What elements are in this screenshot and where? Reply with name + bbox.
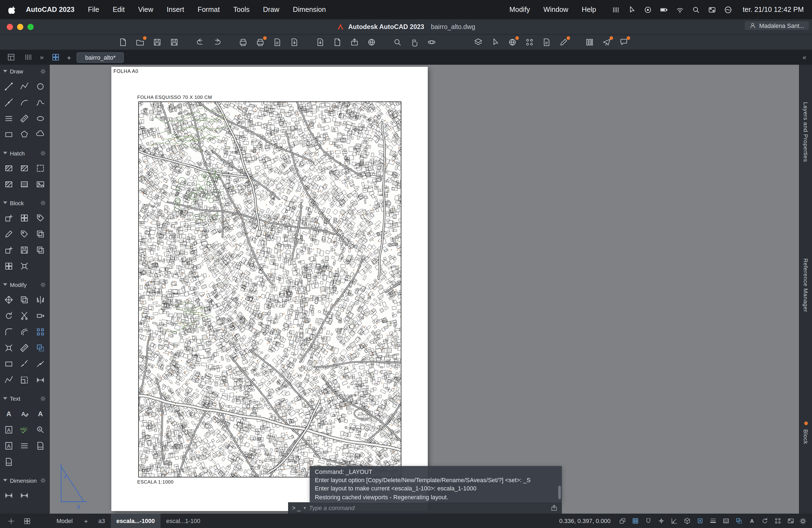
check-spelling-tool-icon[interactable]: ABC (17, 421, 33, 437)
app-switcher-icon[interactable] (612, 5, 620, 14)
properties-inspector-button[interactable] (583, 36, 595, 48)
panel-settings-icon[interactable] (40, 477, 46, 484)
palette-display-icon[interactable] (23, 517, 31, 525)
layout-tab[interactable]: a3 (92, 514, 111, 528)
wifi-icon[interactable] (676, 5, 684, 14)
tab-list-icon[interactable] (23, 52, 34, 63)
panel-settings-icon[interactable] (40, 200, 46, 206)
new-file-button[interactable] (117, 36, 129, 48)
layer-properties-button[interactable] (472, 36, 484, 48)
command-dropdown-icon[interactable]: ▾ (304, 505, 306, 511)
ortho-mode-toggle[interactable] (657, 516, 666, 526)
import-file-button[interactable] (331, 36, 343, 48)
new-layout-button[interactable]: + (79, 517, 92, 525)
undo-button[interactable] (193, 36, 206, 48)
pdf-import-tool-icon[interactable]: PDF (1, 454, 17, 470)
apple-menu-icon[interactable] (8, 5, 17, 14)
panel-settings-icon[interactable] (40, 68, 46, 75)
export-pdf-button[interactable] (314, 36, 326, 48)
single-line-text-tool-icon[interactable]: A (1, 406, 17, 421)
write-block-tool-icon[interactable] (17, 242, 33, 258)
lineweight-toggle[interactable] (708, 516, 718, 526)
menu-view[interactable]: View (138, 6, 153, 14)
edit-attribute-tool-icon[interactable] (1, 242, 17, 258)
menu-help[interactable]: Help (582, 6, 596, 14)
hatch-pattern-tool-icon[interactable] (17, 160, 33, 176)
save-as-button[interactable] (168, 36, 180, 48)
panel-header-modify[interactable]: Modify (0, 278, 49, 291)
tool-sets-button[interactable] (523, 36, 536, 48)
close-window-button[interactable] (6, 24, 13, 30)
pdf-text-tool-icon[interactable]: PDF (32, 437, 48, 453)
menu-edit[interactable]: Edit (113, 6, 125, 14)
zoom-window-button[interactable] (391, 36, 404, 48)
text-align-tool-icon[interactable] (17, 437, 33, 453)
spline-tool-icon[interactable] (32, 94, 48, 110)
image-attach-tool-icon[interactable] (32, 176, 48, 192)
offset-tool-icon[interactable] (17, 324, 33, 340)
explode-tool-icon[interactable] (1, 340, 17, 356)
customization-gear-icon[interactable] (798, 516, 808, 526)
hardware-acceleration-toggle[interactable] (786, 516, 795, 526)
isometric-drafting-toggle[interactable] (682, 516, 692, 526)
control-center-icon[interactable] (708, 5, 716, 14)
workspace-switching-toggle[interactable] (773, 516, 782, 526)
menu-format[interactable]: Format (198, 6, 220, 14)
annotative-text-tool-icon[interactable]: A (17, 406, 33, 421)
account-button[interactable]: Madalena Sant... (744, 21, 809, 30)
find-replace-tool-icon[interactable]: A (32, 421, 48, 437)
insert-block-tool-icon[interactable] (1, 210, 17, 225)
panel-settings-icon[interactable] (40, 395, 46, 402)
copy-tool-icon[interactable] (17, 292, 33, 308)
design-center-button[interactable] (506, 36, 518, 48)
menu-modify[interactable]: Modify (509, 6, 530, 14)
plot-preview-button[interactable] (271, 36, 284, 48)
boundary-tool-icon[interactable] (32, 160, 48, 176)
create-block-tool-icon[interactable] (17, 210, 33, 225)
measure-geometry-tool-icon[interactable] (17, 340, 33, 356)
multiline-tool-icon[interactable] (1, 110, 17, 126)
polyline-tool-icon[interactable] (17, 78, 33, 94)
panel-header-dimension[interactable]: Dimension (0, 474, 49, 487)
panel-header-block[interactable]: Block (0, 196, 49, 209)
circle-tool-icon[interactable] (32, 78, 48, 94)
selection-cycling-toggle[interactable] (735, 516, 744, 526)
command-input[interactable] (309, 505, 547, 511)
spotlight-icon[interactable] (692, 5, 700, 14)
collapse-panels-icon[interactable]: « (802, 53, 807, 61)
panel-settings-icon[interactable] (40, 281, 46, 288)
save-button[interactable] (151, 36, 163, 48)
manage-attributes-tool-icon[interactable] (17, 226, 33, 242)
screen-tool-icon[interactable] (628, 5, 636, 14)
quick-select-button[interactable] (489, 36, 501, 48)
annotation-visibility-toggle[interactable]: A (748, 516, 757, 526)
new-drawing-tab-button[interactable]: + (67, 53, 71, 61)
ellipse-tool-icon[interactable] (32, 110, 48, 126)
mirror-tool-icon[interactable] (32, 292, 48, 308)
text-style-tool-icon[interactable]: A (32, 406, 48, 421)
array-tool-icon[interactable] (32, 324, 48, 340)
menu-tools[interactable]: Tools (233, 6, 249, 14)
screen-record-icon[interactable] (644, 5, 652, 14)
open-file-button[interactable] (134, 36, 146, 48)
rotate-tool-icon[interactable] (1, 308, 17, 324)
text-export-tool-icon[interactable]: A (1, 437, 17, 453)
battery-icon[interactable] (660, 5, 668, 14)
measure-tool-icon[interactable] (17, 110, 33, 126)
move-tool-icon[interactable] (1, 292, 17, 308)
menu-clock[interactable]: ter. 21/10 12:42 PM (743, 6, 804, 14)
viewport-grid-icon[interactable] (50, 52, 61, 63)
menu-insert[interactable]: Insert (166, 6, 184, 14)
transparency-toggle[interactable] (721, 516, 731, 526)
command-scrollbar-thumb[interactable] (558, 486, 561, 499)
hatch-edit-tool-icon[interactable] (1, 176, 17, 192)
panel-settings-icon[interactable] (40, 150, 46, 156)
linear-dimension-tool-icon[interactable] (1, 487, 17, 503)
panel-header-text[interactable]: Text (0, 392, 49, 405)
file-tabs-overview-icon[interactable] (5, 52, 17, 63)
add-palette-icon[interactable] (7, 517, 15, 525)
menu-dimension[interactable]: Dimension (293, 6, 326, 14)
replace-block-tool-icon[interactable] (17, 258, 33, 274)
block-editor-tool-icon[interactable] (32, 210, 48, 225)
revision-cloud-tool-icon[interactable] (32, 127, 48, 143)
